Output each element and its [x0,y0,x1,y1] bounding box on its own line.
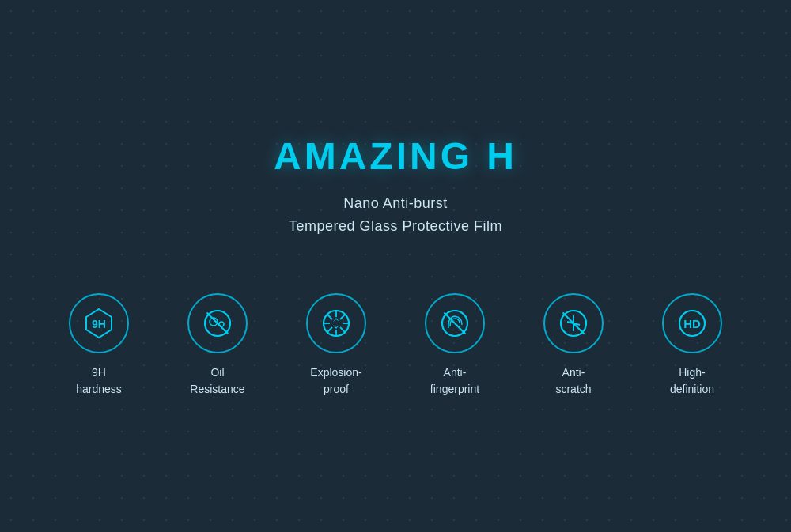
feature-hd-label: High- definition [670,364,714,398]
fingerprint-icon [437,306,472,341]
feature-high-definition: HD High- definition [649,293,736,398]
features-row: 9H 9H hardness Oil [55,293,736,398]
feature-9h-label: 9H hardness [76,364,122,398]
svg-line-12 [340,327,345,332]
oil-icon [200,306,235,341]
svg-text:HD: HD [683,317,701,330]
oil-icon-circle [187,293,248,353]
feature-explosion-proof: Explosion- proof [293,293,380,398]
svg-line-11 [327,315,332,319]
9h-icon: 9H [81,306,116,341]
main-container: AMAZING H Nano Anti-burst Tempered Glass… [0,0,791,532]
product-title: AMAZING H [274,134,517,178]
svg-line-13 [340,315,345,319]
hd-icon: HD [675,306,710,341]
9h-icon-circle: 9H [69,293,129,353]
product-subtitle: Nano Anti-burst Tempered Glass Protectiv… [289,192,502,238]
svg-marker-16 [333,325,339,329]
feature-oil-label: Oil Resistance [190,364,244,398]
fingerprint-icon-circle [425,293,485,353]
subtitle-line2: Tempered Glass Protective Film [289,218,502,234]
feature-9h-hardness: 9H 9H hardness [55,293,142,398]
subtitle-line1: Nano Anti-burst [343,195,448,211]
svg-marker-15 [333,318,339,322]
explosion-icon [319,306,354,341]
feature-anti-scratch: Anti- scratch [530,293,617,398]
feature-oil-resistance: Oil Resistance [174,293,261,398]
scratch-icon-circle [543,293,604,353]
scratch-icon [556,306,591,341]
svg-text:9H: 9H [92,318,106,330]
hd-icon-circle: HD [662,293,722,353]
feature-scratch-label: Anti- scratch [555,364,591,398]
feature-fingerprint-label: Anti- fingerprint [430,364,479,398]
svg-line-14 [327,327,332,332]
feature-explosion-label: Explosion- proof [310,364,361,398]
feature-anti-fingerprint: Anti- fingerprint [411,293,498,398]
svg-point-5 [219,322,224,326]
explosion-icon-circle [306,293,366,353]
